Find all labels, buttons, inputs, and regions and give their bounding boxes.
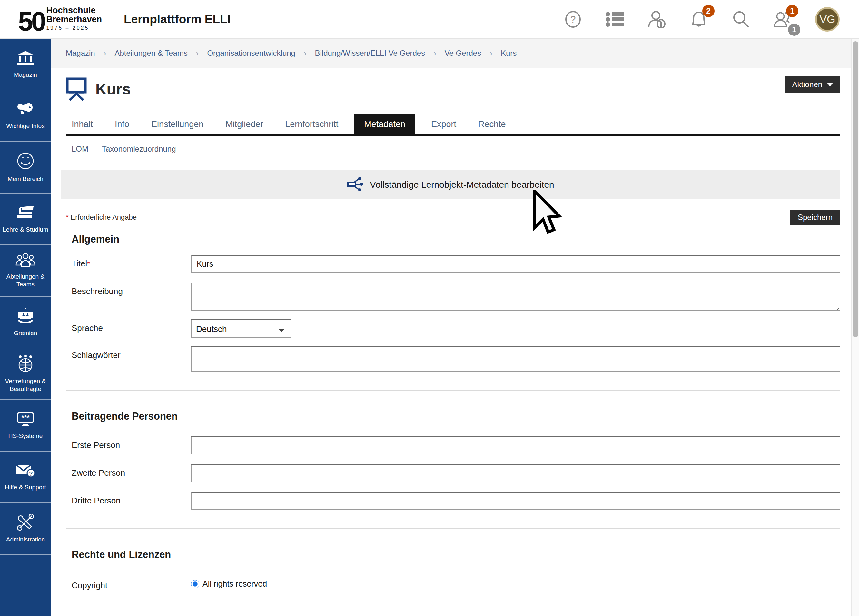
tab-metadaten[interactable]: Metadaten	[355, 114, 415, 134]
tab-info[interactable]: Info	[109, 114, 135, 134]
tab-mitglieder[interactable]: Mitglieder	[220, 114, 269, 134]
header-icon-bar: ? 2	[564, 7, 840, 31]
university-logo[interactable]: 50 Hochschule Bremerhaven 1975 – 2025	[18, 6, 102, 32]
subtab-bar: LOM Taxonomiezuordnung	[72, 144, 840, 153]
breadcrumb-separator: ›	[196, 48, 199, 58]
sidebar-item-mein-bereich[interactable]: Mein Bereich	[0, 142, 51, 194]
smiley-icon	[16, 152, 34, 171]
svg-text:?: ?	[29, 471, 33, 477]
zweite-person-label: Zweite Person	[72, 464, 191, 478]
globe-people-icon	[16, 355, 35, 374]
tools-icon	[16, 514, 34, 532]
banner-label: Vollständige Lernobjekt-Metadaten bearbe…	[370, 180, 554, 190]
people-group-icon	[16, 253, 36, 269]
contacts-icon[interactable]: 1 1	[773, 10, 792, 29]
section-divider	[66, 528, 840, 529]
svg-text:***: ***	[21, 413, 30, 422]
required-note: *Erforderliche Angabe	[66, 213, 137, 222]
app-window: 50 Hochschule Bremerhaven 1975 – 2025 Le…	[0, 0, 859, 616]
notifications-badge: 2	[702, 5, 715, 17]
breadcrumb-separator: ›	[304, 48, 307, 58]
erste-person-label: Erste Person	[72, 436, 191, 450]
breadcrumb-item-abteilungen[interactable]: Abteilungen & Teams	[114, 49, 187, 58]
logo-years: 1975 – 2025	[46, 25, 102, 31]
titel-required-mark: *	[87, 260, 90, 268]
sidebar-item-abteilungen-teams[interactable]: Abteilungen & Teams	[0, 245, 51, 297]
schlagwoerter-input[interactable]	[191, 346, 840, 372]
graduation-books-icon	[16, 205, 36, 222]
breadcrumb: Magazin › Abteilungen & Teams › Organisa…	[51, 39, 859, 68]
subtab-lom[interactable]: LOM	[72, 144, 88, 153]
logo-line1: Hochschule	[46, 6, 102, 15]
breadcrumb-separator: ›	[433, 48, 436, 58]
sidebar-item-hilfe-support[interactable]: ? Hilfe & Support	[0, 452, 51, 503]
scrollbar-thumb[interactable]	[853, 41, 858, 337]
sidebar-item-hs-systeme[interactable]: *** HS-Systeme	[0, 400, 51, 452]
breadcrumb-separator: ›	[489, 48, 492, 58]
main-sidebar: Magazin Wichtige Infos Mein Bereich Lehr…	[0, 39, 51, 616]
committee-icon	[16, 307, 35, 325]
logo-50-mark: 50	[18, 11, 44, 32]
breadcrumb-item-bildung-wissen[interactable]: Bildung/Wissen/ELLI Ve Gerdes	[315, 49, 425, 58]
dritte-person-label: Dritte Person	[72, 492, 191, 506]
sidebar-item-lehre-studium[interactable]: Lehre & Studium	[0, 194, 51, 245]
section-divider	[66, 389, 840, 391]
sidebar-label: Abteilungen & Teams	[2, 273, 49, 288]
erste-person-input[interactable]	[191, 436, 840, 454]
aktionen-button[interactable]: Aktionen	[785, 76, 840, 93]
contacts-badge-bottom: 1	[788, 23, 800, 36]
breadcrumb-item-kurs[interactable]: Kurs	[501, 49, 517, 58]
sidebar-item-gremien[interactable]: Gremien	[0, 297, 51, 348]
notifications-bell-icon[interactable]: 2	[689, 10, 708, 29]
titel-label-text: Titel	[72, 259, 87, 268]
sidebar-item-magazin[interactable]: Magazin	[0, 39, 51, 90]
contacts-badge-top: 1	[786, 5, 798, 17]
chevron-down-icon	[827, 83, 833, 86]
metadata-tree-icon	[347, 177, 363, 192]
titel-label: Titel*	[72, 255, 191, 269]
breadcrumb-separator: ›	[103, 48, 106, 58]
titel-input[interactable]	[191, 255, 840, 273]
logo-line2: Bremerhaven	[46, 15, 102, 24]
beschreibung-label: Beschreibung	[72, 283, 191, 296]
tab-lernfortschritt[interactable]: Lernfortschritt	[279, 114, 344, 134]
vertical-scrollbar[interactable]	[851, 39, 859, 616]
dritte-person-input[interactable]	[191, 492, 840, 510]
subtab-taxonomiezuordnung[interactable]: Taxonomiezuordnung	[102, 144, 176, 153]
beschreibung-textarea[interactable]	[191, 283, 840, 311]
svg-text:?: ?	[570, 14, 576, 25]
sidebar-item-administration[interactable]: Administration	[0, 503, 51, 555]
tab-export[interactable]: Export	[425, 114, 462, 134]
sidebar-label: HS-Systeme	[8, 432, 43, 440]
tab-rechte[interactable]: Rechte	[472, 114, 512, 134]
main-area: Magazin › Abteilungen & Teams › Organisa…	[51, 39, 859, 616]
bank-icon	[16, 50, 35, 67]
copyright-radio[interactable]	[191, 580, 199, 588]
breadcrumb-item-organisationsentwicklung[interactable]: Organisationsentwicklung	[207, 49, 295, 58]
breadcrumb-item-ve-gerdes[interactable]: Ve Gerdes	[445, 49, 481, 58]
aktionen-button-label: Aktionen	[792, 80, 822, 89]
page-app-title: Lernplattform ELLI	[124, 13, 231, 26]
sprache-label: Sprache	[72, 319, 191, 333]
help-icon[interactable]: ?	[564, 10, 583, 29]
tab-inhalt[interactable]: Inhalt	[66, 114, 99, 134]
sprache-select[interactable]: Deutsch	[191, 319, 292, 338]
sidebar-label: Administration	[6, 536, 45, 543]
search-icon[interactable]	[731, 10, 750, 29]
user-status-icon[interactable]	[648, 10, 666, 29]
breadcrumb-item-magazin[interactable]: Magazin	[66, 49, 95, 58]
mail-question-icon: ?	[16, 463, 36, 480]
zweite-person-input[interactable]	[191, 464, 840, 482]
sidebar-item-vertretungen[interactable]: Vertretungen & Beauftragte	[0, 348, 51, 400]
tab-einstellungen[interactable]: Einstellungen	[145, 114, 209, 134]
avatar[interactable]: VG	[815, 7, 840, 31]
schlagwoerter-label: Schlagwörter	[72, 346, 191, 360]
megaphone-icon	[16, 102, 35, 118]
section-title-allgemein: Allgemein	[72, 233, 840, 245]
sidebar-label: Magazin	[14, 71, 37, 79]
sidebar-label: Lehre & Studium	[3, 226, 48, 233]
sidebar-item-wichtige-infos[interactable]: Wichtige Infos	[0, 90, 51, 142]
edit-full-metadata-banner[interactable]: Vollständige Lernobjekt-Metadaten bearbe…	[61, 170, 840, 199]
speichern-button[interactable]: Speichern	[790, 210, 840, 225]
list-menu-icon[interactable]	[606, 10, 624, 29]
